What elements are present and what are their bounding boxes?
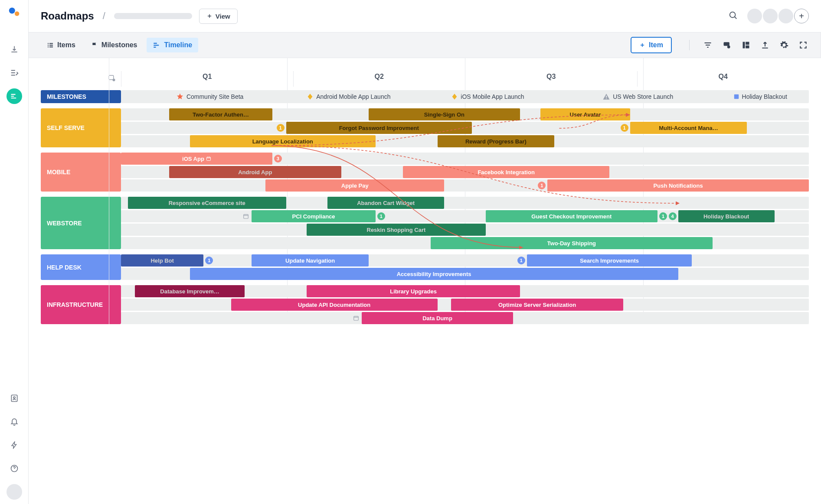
- quarter-header: Q1 Q2 Q3 Q4: [41, 71, 809, 87]
- avatar[interactable]: [778, 9, 793, 23]
- contacts-icon[interactable]: [7, 390, 22, 406]
- timeline-bar[interactable]: Help Bot: [121, 254, 203, 267]
- timeline-row: Reskin Shopping Cart: [121, 224, 809, 236]
- timeline-bar[interactable]: Abandon Cart Widget: [327, 197, 445, 209]
- svg-point-16: [727, 46, 730, 49]
- help-icon[interactable]: [7, 461, 22, 476]
- search-icon[interactable]: [726, 8, 740, 24]
- svg-rect-8: [48, 45, 49, 46]
- timeline-bar[interactable]: iOS App: [121, 153, 272, 165]
- timeline-bar[interactable]: Responsive eCommerce site: [128, 197, 286, 209]
- dependency-badge[interactable]: 1: [621, 124, 628, 132]
- dependency-badge[interactable]: 1: [659, 212, 667, 220]
- timeline-bar[interactable]: Single-Sign On: [369, 108, 520, 120]
- timeline-bar[interactable]: Optimize Server Serialization: [451, 299, 623, 311]
- timeline-bar[interactable]: Guest Checkout Improvement: [486, 210, 658, 222]
- dependency-badge[interactable]: 1: [377, 212, 385, 220]
- milestone-item[interactable]: Android Mobile App Launch: [307, 93, 390, 100]
- bolt-icon[interactable]: [7, 437, 22, 453]
- dependency-badge[interactable]: 1: [277, 124, 285, 132]
- timeline-bar[interactable]: Accessibility Improvements: [190, 268, 678, 280]
- milestone-item[interactable]: iOS Mobile App Launch: [451, 93, 524, 100]
- add-user-button[interactable]: +: [794, 9, 809, 23]
- bar-label: Search Improvements: [580, 257, 639, 264]
- filter-icon[interactable]: [703, 40, 713, 50]
- dependency-badge[interactable]: 4: [669, 212, 677, 220]
- timeline-row: Two-Day Shipping: [121, 237, 809, 249]
- left-nav-rail: [0, 0, 29, 504]
- svg-rect-19: [746, 46, 749, 49]
- timeline-area[interactable]: Q1 Q2 Q3 Q4 MILESTONES Community Site Be…: [29, 58, 821, 504]
- fullscreen-icon[interactable]: [798, 40, 808, 50]
- settings-icon[interactable]: [779, 40, 789, 50]
- timeline-bar[interactable]: Multi-Account Mana…: [630, 122, 747, 134]
- link-settings-icon[interactable]: [722, 40, 732, 50]
- svg-point-0: [9, 8, 15, 14]
- dependency-badge[interactable]: 3: [274, 155, 282, 163]
- timeline-bar[interactable]: Library Upgrades: [307, 285, 520, 297]
- avatar[interactable]: [747, 9, 762, 23]
- lane-label[interactable]: HELP DESK: [41, 254, 121, 280]
- svg-rect-11: [49, 46, 53, 47]
- lane-label-milestones[interactable]: MILESTONES: [41, 90, 121, 103]
- timeline-bar[interactable]: Facebook Integration: [403, 166, 609, 178]
- layout-icon[interactable]: [741, 40, 751, 50]
- view-button[interactable]: View: [199, 9, 238, 24]
- lane-label[interactable]: INFRASTRUCTURE: [41, 285, 121, 324]
- dependency-badge[interactable]: 1: [538, 182, 546, 189]
- timeline-bar[interactable]: Update API Documentation: [231, 299, 438, 311]
- bell-icon[interactable]: [7, 414, 22, 429]
- timeline-bar[interactable]: User Avatar: [540, 108, 630, 120]
- app-logo[interactable]: [8, 6, 20, 18]
- milestone-item[interactable]: Holiday Blackout: [733, 93, 787, 100]
- timeline-bar[interactable]: Search Improvements: [527, 254, 692, 267]
- bar-label: Abandon Cart Widget: [357, 200, 415, 206]
- timeline-bar[interactable]: Push Notifications: [547, 179, 809, 192]
- timeline-bar[interactable]: Language Localization: [190, 135, 376, 147]
- timeline-bar[interactable]: Forgot Password Improvment: [286, 122, 472, 134]
- timeline-row: Data Dump: [121, 312, 809, 324]
- milestone-label: Holiday Blackout: [742, 93, 787, 100]
- milestone-item[interactable]: Community Site Beta: [176, 93, 244, 101]
- lane-label[interactable]: MOBILE: [41, 153, 121, 192]
- tab-timeline[interactable]: Timeline: [147, 38, 198, 52]
- bar-label: Reward (Progress Bar): [465, 138, 527, 145]
- bar-label: Multi-Account Mana…: [659, 125, 718, 131]
- breadcrumb-separator: /: [103, 10, 105, 22]
- tab-label: Items: [57, 41, 75, 49]
- avatar[interactable]: [763, 9, 778, 23]
- dependency-badge[interactable]: 1: [517, 257, 525, 264]
- timeline-row: Help Bot1Update NavigationSearch Improve…: [121, 254, 809, 267]
- list-check-icon[interactable]: [7, 65, 22, 81]
- bar-label: Optimize Server Serialization: [498, 302, 576, 308]
- page-title: Roadmaps: [41, 10, 94, 22]
- timeline-bar[interactable]: Reward (Progress Bar): [438, 135, 555, 147]
- timeline-bar[interactable]: Database Improvem…: [135, 285, 245, 297]
- timeline-bar[interactable]: Data Dump: [362, 312, 513, 324]
- timeline-bar[interactable]: Reskin Shopping Cart: [307, 224, 485, 236]
- timeline-bar[interactable]: Update Navigation: [252, 254, 369, 267]
- user-avatar[interactable]: [7, 484, 22, 500]
- lane-label[interactable]: WEBSTORE: [41, 197, 121, 249]
- timeline-bar[interactable]: Two-Day Shipping: [431, 237, 713, 249]
- dependency-badge[interactable]: 1: [205, 257, 213, 264]
- timeline-bar[interactable]: Holiday Blackout: [678, 210, 775, 222]
- timeline-settings-icon[interactable]: [108, 74, 116, 84]
- timeline-nav-icon[interactable]: [7, 88, 22, 104]
- lane-label[interactable]: SELF SERVE: [41, 108, 121, 147]
- milestone-item[interactable]: US Web Store Launch: [602, 93, 673, 101]
- add-item-label: Item: [649, 41, 663, 49]
- export-icon[interactable]: [760, 40, 770, 50]
- timeline-bar[interactable]: Apple Pay: [265, 179, 444, 192]
- bar-label: Apple Pay: [341, 182, 369, 189]
- tab-items[interactable]: Items: [41, 38, 82, 52]
- timeline-row: Update API DocumentationOptimize Server …: [121, 299, 809, 311]
- tab-milestones[interactable]: Milestones: [85, 38, 144, 52]
- timeline-bar[interactable]: PCI Compliance: [252, 210, 375, 222]
- add-item-button[interactable]: Item: [631, 37, 672, 53]
- download-icon[interactable]: [7, 42, 22, 57]
- timeline-bar[interactable]: Two-Factor Authen…: [169, 108, 272, 120]
- svg-rect-7: [49, 43, 53, 44]
- timeline-bar[interactable]: Android App: [169, 166, 341, 178]
- breadcrumb-placeholder[interactable]: [114, 13, 192, 19]
